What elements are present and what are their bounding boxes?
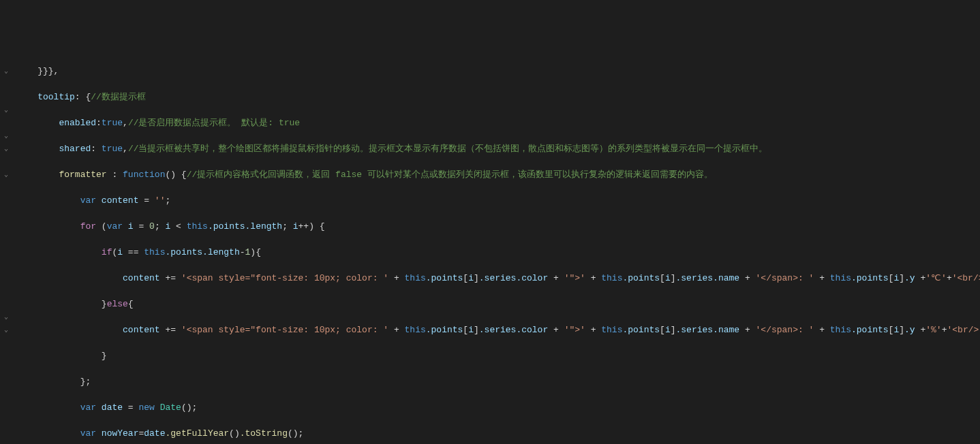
code-line[interactable]: }else{	[16, 298, 980, 311]
code-text: };	[16, 377, 91, 387]
code-text: for (var i = 0; i < this.points.length; …	[16, 221, 325, 232]
code-line[interactable]: content += '<span style="font-size: 10px…	[16, 272, 980, 285]
code-text: content += '<span style="font-size: 10px…	[16, 325, 980, 335]
fold-icon[interactable]: ⌄	[4, 142, 8, 155]
code-text: var nowYear=date.getFullYear().toString(…	[16, 428, 303, 439]
code-text: }}},	[16, 66, 59, 76]
fold-icon[interactable]: ⌄	[4, 65, 8, 78]
code-text: formatter : function() {//提示框内容格式化回调函数，返…	[16, 170, 713, 180]
code-line[interactable]: }	[16, 349, 980, 362]
code-text: }else{	[16, 299, 134, 309]
fold-icon[interactable]: ⌄	[4, 323, 8, 336]
fold-icon[interactable]: ⌄	[4, 168, 8, 181]
code-text: var content = '';	[16, 195, 170, 206]
code-line[interactable]: content += '<span style="font-size: 10px…	[16, 323, 980, 336]
fold-gutter: ⌄ ⌄ ⌄ ⌄ ⌄ ⌄ ⌄	[0, 52, 12, 444]
code-line[interactable]: tooltip: {//数据提示框	[16, 91, 980, 104]
code-text: enabled:true,//是否启用数据点提示框。 默认是: true	[16, 118, 300, 128]
code-line[interactable]: for (var i = 0; i < this.points.length; …	[16, 220, 980, 233]
code-line[interactable]: var content = '';	[16, 194, 980, 207]
code-text: }	[16, 351, 107, 361]
code-area[interactable]: }}}, tooltip: {//数据提示框 enabled:true,//是否…	[12, 52, 980, 444]
code-line[interactable]: }}},	[16, 65, 980, 78]
code-line[interactable]: shared: true,//当提示框被共享时，整个绘图区都将捕捉鼠标指针的移动…	[16, 142, 980, 155]
code-text: tooltip: {//数据提示框	[16, 92, 146, 102]
fold-icon[interactable]: ⌄	[4, 311, 8, 323]
code-line[interactable]: if(i == this.points.length-1){	[16, 246, 980, 259]
code-line[interactable]: var date = new Date();	[16, 401, 980, 414]
code-text: content += '<span style="font-size: 10px…	[16, 273, 980, 283]
code-line[interactable]: enabled:true,//是否启用数据点提示框。 默认是: true	[16, 116, 980, 129]
code-editor[interactable]: ⌄ ⌄ ⌄ ⌄ ⌄ ⌄ ⌄ }}}, tooltip:	[0, 52, 980, 444]
code-text: shared: true,//当提示框被共享时，整个绘图区都将捕捉鼠标指针的移动…	[16, 144, 767, 154]
code-line[interactable]: formatter : function() {//提示框内容格式化回调函数，返…	[16, 168, 980, 181]
code-text: if(i == this.points.length-1){	[16, 247, 261, 257]
code-line[interactable]: };	[16, 375, 980, 388]
fold-icon[interactable]: ⌄	[4, 104, 8, 116]
code-text: var date = new Date();	[16, 402, 197, 413]
code-line[interactable]: var nowYear=date.getFullYear().toString(…	[16, 427, 980, 440]
fold-icon[interactable]: ⌄	[4, 129, 8, 142]
